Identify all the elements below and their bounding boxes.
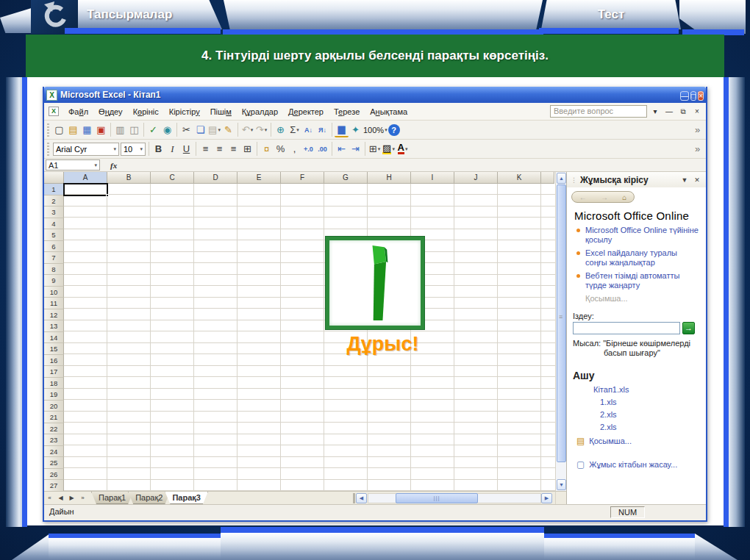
search-go-button[interactable]: → (682, 322, 695, 334)
menu-Терезе[interactable]: Терезе (329, 105, 365, 118)
cut-button[interactable]: ✂ (179, 123, 193, 137)
menu-Анықтама[interactable]: Анықтама (365, 105, 413, 118)
sheet-tab-Парақ2[interactable]: Парақ2 (128, 492, 170, 504)
first-sheet-button[interactable]: « (44, 493, 55, 503)
chart-wizard-button[interactable]: ▆ (335, 123, 349, 137)
office-online-link-item[interactable]: Вебтен тізімді автоматты түрде жаңарту (576, 271, 700, 290)
row-header-24[interactable]: 24 (44, 446, 64, 458)
row-header-27[interactable]: 27 (44, 480, 64, 491)
column-header-A[interactable]: A (64, 172, 107, 184)
font-name-combo[interactable]: Arial Cyr▾ (53, 143, 119, 156)
row-header-16[interactable]: 16 (44, 355, 64, 367)
print-preview-button[interactable]: ◫ (127, 123, 141, 137)
fill-color-button[interactable]: ▨▾ (382, 142, 396, 157)
row-header-17[interactable]: 17 (44, 366, 64, 378)
toolbar-grip[interactable] (47, 123, 49, 137)
help-button[interactable]: ? (388, 124, 400, 136)
tab-split-handle[interactable] (353, 493, 355, 503)
vertical-scroll-thumb[interactable] (557, 184, 566, 462)
row-header-19[interactable]: 19 (44, 389, 64, 401)
scroll-left-button[interactable]: ◀ (356, 493, 367, 503)
close-workbook-button[interactable]: × (691, 107, 703, 116)
row-header-4[interactable]: 4 (44, 218, 64, 230)
row-header-1[interactable]: 1 (44, 184, 64, 195)
comma-style-button[interactable]: , (288, 142, 301, 157)
forward-button[interactable]: → (601, 193, 608, 201)
previous-sheet-button[interactable]: ◀ (55, 493, 66, 503)
open-button[interactable]: ▤ (66, 123, 80, 137)
borders-button[interactable]: ⊞▾ (368, 142, 382, 157)
increase-decimal-button[interactable]: +.0 (301, 142, 315, 157)
column-header-E[interactable]: E (238, 172, 281, 184)
save-button[interactable]: ▦ (80, 123, 94, 137)
recent-file-Кітап1.xls[interactable]: Кітап1.xls (593, 385, 700, 394)
underline-button[interactable]: U (179, 142, 193, 157)
selected-cell-A1[interactable] (63, 183, 108, 196)
font-color-button[interactable]: A▾ (396, 142, 410, 157)
column-header-K[interactable]: K (498, 172, 541, 184)
name-box[interactable]: A1 ▾ (46, 159, 100, 170)
column-header-I[interactable]: I (411, 172, 454, 184)
insert-hyperlink-button[interactable]: ⊕ (274, 123, 288, 137)
row-header-8[interactable]: 8 (44, 264, 64, 276)
home-button[interactable]: ⌂ (622, 193, 626, 201)
italic-button[interactable]: I (165, 142, 179, 157)
sheet-tab-Парақ3[interactable]: Парақ3 (165, 492, 207, 504)
paste-button[interactable]: ▤▾ (207, 123, 221, 137)
office-online-link-item[interactable]: Excel пайдалану туралы соңғы жаңалықтар (576, 248, 700, 268)
office-online-link-0[interactable]: Microsoft Office Online түйініне қосылу (585, 226, 700, 245)
column-header-B[interactable]: B (107, 172, 151, 184)
zoom-level-button[interactable]: 100%▾ (362, 123, 388, 137)
column-header-C[interactable]: C (151, 172, 194, 184)
open-more-link[interactable]: Қосымша... (589, 437, 632, 445)
autosum-button[interactable]: Σ▾ (288, 123, 301, 137)
drawing-button[interactable]: ✦ (349, 123, 362, 137)
row-header-22[interactable]: 22 (44, 423, 64, 435)
sort-descending-button[interactable]: Я↓ (315, 123, 329, 137)
row-header-5[interactable]: 5 (44, 229, 64, 241)
recent-file-2.xls[interactable]: 2.xls (600, 410, 700, 419)
scroll-up-button[interactable]: ▲ (557, 173, 566, 184)
task-pane-resize-grip[interactable]: ≡ (559, 313, 562, 320)
pane-close-button[interactable]: ✕ (692, 176, 702, 184)
column-header-D[interactable]: D (194, 172, 238, 184)
create-workbook-row[interactable]: ▢ Жұмыс кітабын жасау... (576, 459, 700, 470)
row-header-20[interactable]: 20 (44, 401, 64, 412)
title-bar[interactable]: X Microsoft Excel - Кітап1 —□× (44, 87, 706, 103)
row-header-9[interactable]: 9 (44, 275, 64, 287)
menu-Кірістіру[interactable]: Кірістіру (164, 105, 205, 118)
row-header-15[interactable]: 15 (44, 343, 64, 355)
decrease-indent-button[interactable]: ⇤ (335, 142, 349, 157)
row-header-3[interactable]: 3 (44, 207, 64, 218)
scroll-right-button[interactable]: ▶ (541, 493, 552, 503)
row-header-13[interactable]: 13 (44, 320, 64, 332)
recent-file-2.xls[interactable]: 2.xls (600, 423, 700, 431)
row-header-21[interactable]: 21 (44, 412, 64, 423)
bold-button[interactable]: B (151, 142, 165, 157)
nav-tab-tasks[interactable]: Тапсырмалар (78, 0, 222, 29)
row-header-23[interactable]: 23 (44, 434, 64, 446)
align-right-button[interactable]: ≡ (226, 142, 240, 157)
column-header-H[interactable]: H (368, 172, 411, 184)
select-all-corner[interactable] (44, 172, 64, 184)
search-input[interactable] (573, 322, 680, 334)
nav-tab-test[interactable]: Тест (541, 0, 681, 29)
scroll-down-button[interactable]: ▼ (557, 479, 566, 490)
name-box-dropdown-icon[interactable]: ▾ (94, 162, 97, 168)
menu-Көрініс[interactable]: Көрініс (128, 105, 164, 118)
menu-Пішім[interactable]: Пішім (205, 105, 237, 118)
column-header-G[interactable]: G (324, 172, 368, 184)
row-header-12[interactable]: 12 (44, 309, 64, 321)
menu-dropdown-button[interactable]: ▾ (649, 107, 661, 116)
office-online-link-item[interactable]: Microsoft Office Online түйініне қосылу (576, 226, 700, 245)
font-size-combo[interactable]: 10▾ (121, 143, 146, 156)
permission-button[interactable]: ▣ (94, 123, 108, 137)
row-header-7[interactable]: 7 (44, 252, 64, 264)
back-button[interactable]: ← (579, 193, 587, 201)
last-sheet-button[interactable]: » (77, 493, 88, 503)
percent-style-button[interactable]: % (274, 142, 288, 157)
redo-button[interactable]: ↷▾ (254, 123, 268, 137)
row-header-6[interactable]: 6 (44, 241, 64, 253)
close-button[interactable]: × (698, 91, 704, 101)
row-header-18[interactable]: 18 (44, 378, 64, 390)
